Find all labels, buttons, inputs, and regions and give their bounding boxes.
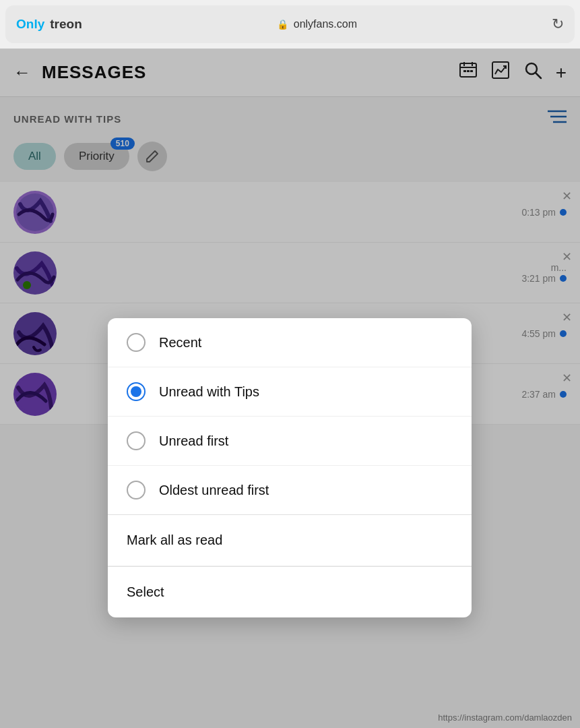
option-recent-label: Recent <box>159 335 201 351</box>
lock-icon: 🔒 <box>277 19 288 30</box>
select-button[interactable]: Select <box>108 567 472 617</box>
option-unread-tips-label: Unread with Tips <box>159 384 259 400</box>
url-bar[interactable]: 🔒 onlyfans.com <box>277 18 357 30</box>
option-unread-tips[interactable]: Unread with Tips <box>108 367 472 417</box>
radio-recent[interactable] <box>127 333 146 352</box>
option-unread-first[interactable]: Unread first <box>108 417 472 466</box>
radio-oldest-unread[interactable] <box>127 481 146 499</box>
sort-dropdown: Recent Unread with Tips Unread first Old… <box>108 318 472 617</box>
logo-only: Only <box>16 17 44 32</box>
option-oldest-unread-label: Oldest unread first <box>159 483 269 498</box>
radio-selected-dot <box>131 386 141 397</box>
logo-treon: treon <box>50 17 82 32</box>
radio-unread-first[interactable] <box>127 431 146 450</box>
radio-unread-tips[interactable] <box>127 382 146 401</box>
option-oldest-unread[interactable]: Oldest unread first <box>108 466 472 514</box>
refresh-icon[interactable]: ↻ <box>552 16 564 33</box>
option-recent[interactable]: Recent <box>108 318 472 367</box>
url-text: onlyfans.com <box>294 18 357 30</box>
option-unread-first-label: Unread first <box>159 433 228 449</box>
mark-read-button[interactable]: Mark all as read <box>108 515 472 566</box>
